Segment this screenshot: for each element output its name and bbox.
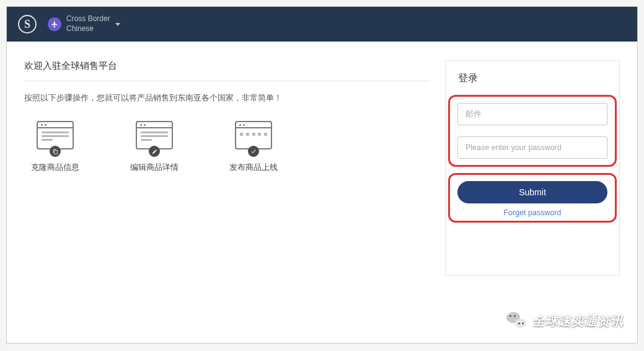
language-text: Chinese [66, 24, 110, 34]
submit-highlight: Submit Forget password [448, 173, 617, 223]
welcome-panel: 欢迎入驻全球销售平台 按照以下步骤操作，您就可以将产品销售到东南亚各个国家，非常… [24, 60, 430, 276]
divider [24, 81, 430, 81]
region-text: Cross Border [66, 14, 110, 24]
welcome-title: 欢迎入驻全球销售平台 [24, 60, 430, 72]
step-label: 发布商品上线 [229, 162, 278, 173]
step-edit: 编辑商品详情 [123, 121, 185, 173]
forget-password-link[interactable]: Forget password [503, 208, 561, 217]
password-field[interactable] [457, 136, 607, 159]
step-publish: 发布商品上线 [223, 121, 285, 173]
top-navigation-bar: S Cross Border Chinese [7, 7, 637, 42]
watermark-text: 全球速卖通资讯 [532, 313, 624, 329]
watermark: 全球速卖通资讯 [506, 312, 624, 329]
login-panel: 登录 Submit Forget password [445, 60, 620, 276]
copy-badge-icon [50, 146, 61, 157]
email-field[interactable] [457, 103, 607, 125]
login-title: 登录 [458, 72, 607, 85]
step-label: 编辑商品详情 [130, 162, 179, 173]
onboarding-steps: 克隆商品信息 [24, 121, 430, 173]
airplane-icon [48, 17, 61, 31]
region-language-label: Cross Border Chinese [66, 14, 110, 33]
pencil-badge-icon [149, 146, 160, 157]
chevron-down-icon [115, 23, 120, 26]
step-label: 克隆商品信息 [31, 162, 79, 173]
step-clone: 克隆商品信息 [24, 121, 86, 173]
check-badge-icon [248, 146, 259, 157]
wechat-icon [506, 312, 526, 329]
region-language-dropdown[interactable]: Cross Border Chinese [44, 14, 120, 33]
welcome-subtitle: 按照以下步骤操作，您就可以将产品销售到东南亚各个国家，非常简单！ [24, 92, 430, 104]
brand-logo-icon: S [18, 15, 37, 33]
credentials-highlight [448, 95, 617, 167]
submit-button[interactable]: Submit [457, 181, 607, 203]
